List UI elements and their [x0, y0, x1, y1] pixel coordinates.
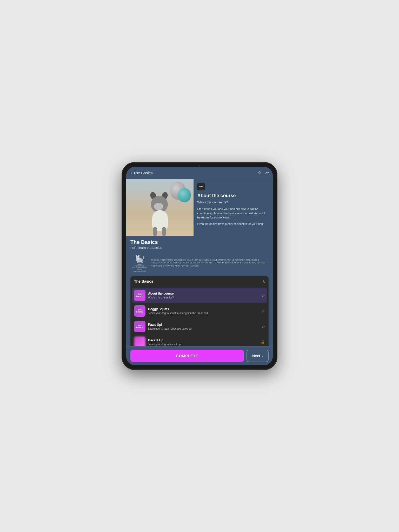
lock-icon-4: 🔒 [261, 340, 265, 344]
lesson-info-1: About the course Who's this course for? [148, 292, 259, 299]
tablet-camera [198, 165, 201, 167]
lesson-item[interactable]: THEBASICS Doggy Squats Teach your dog to… [134, 303, 265, 319]
accordion-header[interactable]: The Basics ∧ [130, 276, 269, 287]
lesson-thumb-2: THEBASICS [134, 305, 145, 317]
about-desc-1: Start here if you and your dog are new t… [197, 207, 269, 220]
header-title: The Basics [133, 171, 152, 175]
course-title-section: The Basics Let's learn the basics [126, 236, 273, 251]
lesson-title-4: Back It Up! [148, 338, 258, 342]
header: ‹ The Basics ☆ ⚯ [126, 167, 273, 179]
course-image [126, 179, 194, 236]
about-link-icon: ⚯ [197, 183, 205, 190]
about-link-symbol: ⚯ [200, 184, 203, 189]
svg-rect-4 [137, 262, 138, 263]
next-label: Next [252, 354, 260, 358]
lesson-info-3: Paws Up! Learn how to teach your dog paw… [148, 323, 259, 330]
star-icon[interactable]: ☆ [257, 170, 262, 176]
top-section: ⚯ About the course Who's this course for… [126, 179, 273, 236]
lesson-list: THEBASICS About the course Who's this co… [130, 287, 269, 346]
dog-leg-right [162, 227, 166, 236]
about-title: About the course [197, 193, 269, 198]
back-icon[interactable]: ‹ [130, 170, 132, 175]
lesson-title-3: Paws Up! [148, 323, 259, 327]
balloon-teal [178, 188, 191, 202]
lesson-desc-2: Teach your dog to squat to strengthen th… [148, 311, 259, 315]
next-arrow-icon: › [262, 354, 263, 358]
dog-snout [154, 203, 163, 210]
section-accordion: The Basics ∧ THEBASICS About the course … [130, 276, 269, 346]
disclaimer-row: CANINE CONDITIONING EASY IN-APP LEARNING… [126, 251, 273, 275]
svg-rect-6 [141, 262, 142, 263]
lesson-item: Back It Up! Teach your dog to back it up… [134, 334, 265, 346]
disclaimer-logo: CANINE CONDITIONING EASY IN-APP LEARNING… [130, 254, 149, 272]
lesson-thumb-3: THEBASICS [134, 321, 145, 332]
dog-scene [126, 179, 194, 236]
complete-button[interactable]: COMPLETE [130, 350, 244, 362]
svg-rect-5 [138, 262, 139, 263]
about-section: ⚯ About the course Who's this course for… [194, 179, 273, 236]
tablet-screen: ‹ The Basics ☆ ⚯ [126, 167, 273, 365]
lesson-item[interactable]: THEBASICS About the course Who's this co… [132, 288, 267, 303]
lesson-desc-3: Learn how to teach your dog paws up! [148, 327, 259, 330]
dog-leg-left [153, 227, 157, 236]
about-desc-2: Even the basics have plenty of benefits … [197, 222, 269, 226]
lesson-thumb-1: THEBASICS [134, 290, 145, 301]
lesson-title-2: Doggy Squats [148, 307, 259, 311]
lesson-star-3[interactable]: ☆ [261, 324, 265, 329]
lesson-desc-1: Who's this course for? [148, 296, 259, 299]
header-back-area[interactable]: ‹ The Basics [130, 170, 153, 175]
course-image-container [126, 179, 194, 236]
lesson-info-2: Doggy Squats Teach your dog to squat to … [148, 307, 259, 315]
about-subtitle: Who's this course for? [197, 201, 269, 204]
lesson-desc-4: Teach your dog to back it up! [148, 343, 258, 346]
tablet-device: ‹ The Basics ☆ ⚯ [122, 162, 277, 370]
lesson-star-1[interactable]: ☆ [261, 293, 265, 298]
lesson-thumb-4 [134, 336, 145, 346]
dog-logo-svg [132, 254, 147, 263]
svg-rect-7 [142, 262, 143, 263]
lesson-title-1: About the course [148, 292, 259, 295]
lesson-item[interactable]: THEBASICS Paws Up! Learn how to teach yo… [134, 319, 265, 334]
lesson-star-2[interactable]: ☆ [261, 309, 265, 314]
header-actions: ☆ ⚯ [257, 170, 269, 176]
accordion-title: The Basics [134, 279, 153, 283]
chevron-up-icon: ∧ [262, 279, 265, 283]
bottom-bar: COMPLETE Next › [126, 346, 273, 365]
dog-body [148, 195, 172, 236]
disclaimer-text: PLEASE NOTE THESE COURSES SHOULD NOT BE … [151, 258, 269, 267]
main-content: ⚯ About the course Who's this course for… [126, 179, 273, 346]
course-main-title: The Basics [130, 239, 269, 245]
link-icon[interactable]: ⚯ [265, 170, 269, 176]
logo-text: CANINE CONDITIONING EASY IN-APP LEARNING… [130, 264, 149, 272]
next-button[interactable]: Next › [247, 350, 269, 362]
course-subtitle: Let's learn the basics [130, 246, 269, 250]
lesson-info-4: Back It Up! Teach your dog to back it up… [148, 338, 258, 346]
